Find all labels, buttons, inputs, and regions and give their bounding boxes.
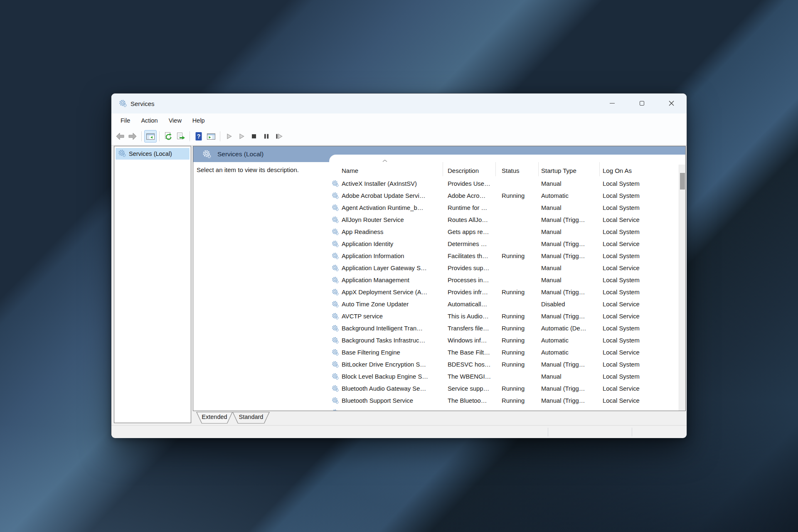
minimize-button[interactable] xyxy=(600,94,624,113)
service-description: This is Audio… xyxy=(448,310,500,323)
table-row[interactable]: AllJoyn Router ServiceRoutes AllJo…Manua… xyxy=(329,214,679,226)
show-console-tree-icon[interactable] xyxy=(144,130,157,143)
table-row[interactable]: AppX Deployment Service (A…Provides infr… xyxy=(329,286,679,298)
scrollbar-thumb[interactable] xyxy=(680,173,685,190)
table-row[interactable]: Block Level Backup Engine S…The WBENGI…M… xyxy=(329,371,679,383)
main-panel: Services (Local) Select an item to view … xyxy=(193,146,686,411)
table-row[interactable]: Base Filtering EngineThe Base Filt…Runni… xyxy=(329,347,679,359)
service-status xyxy=(502,274,539,286)
service-gear-icon xyxy=(332,264,339,273)
service-name: Bluetooth Support Service xyxy=(342,395,446,407)
forward-arrow-icon[interactable] xyxy=(126,130,139,143)
table-row[interactable]: Application Layer Gateway S…Provides sup… xyxy=(329,262,679,274)
vertical-scrollbar[interactable] xyxy=(679,165,686,411)
service-gear-icon xyxy=(332,313,339,321)
column-divider[interactable] xyxy=(495,162,496,176)
table-row[interactable]: BitLocker Drive Encryption S…BDESVC hos…… xyxy=(329,359,679,371)
service-startup-type: Disabled xyxy=(541,298,599,310)
refresh-icon[interactable] xyxy=(162,130,175,143)
service-gear-icon xyxy=(332,276,339,285)
table-row-partial[interactable] xyxy=(329,407,679,411)
menu-view[interactable]: View xyxy=(163,113,187,127)
resume-service-icon[interactable] xyxy=(235,130,248,143)
service-status: Running xyxy=(502,359,539,371)
stop-service-icon[interactable] xyxy=(248,130,260,143)
table-row[interactable]: Agent Activation Runtime_b…Runtime for …… xyxy=(329,202,679,214)
service-startup-type: Manual xyxy=(541,371,599,383)
table-row[interactable]: App ReadinessGets apps re…ManualLocal Sy… xyxy=(329,226,679,238)
table-row[interactable]: AVCTP serviceThis is Audio…RunningManual… xyxy=(329,310,679,323)
start-service-icon[interactable] xyxy=(223,130,235,143)
table-row[interactable]: Application InformationFacilitates th…Ru… xyxy=(329,250,679,262)
tree-item-services-local[interactable]: Services (Local) xyxy=(116,148,190,160)
tab-standard[interactable]: Standard xyxy=(232,412,270,424)
service-gear-icon xyxy=(332,409,339,411)
show-action-pane-icon[interactable] xyxy=(205,130,217,143)
column-divider[interactable] xyxy=(538,162,539,176)
column-header-startup[interactable]: Startup Type xyxy=(541,167,576,174)
menu-action[interactable]: Action xyxy=(135,113,163,127)
table-row[interactable]: Bluetooth Support ServiceThe Bluetoo…Run… xyxy=(329,395,679,407)
service-status: Running xyxy=(502,310,539,323)
service-status xyxy=(502,238,539,250)
service-startup-type: Automatic (De… xyxy=(541,323,599,335)
table-row[interactable]: Background Tasks Infrastruc…Windows inf…… xyxy=(329,335,679,347)
service-startup-type: Manual xyxy=(541,226,599,238)
service-name: Application Layer Gateway S… xyxy=(342,262,446,274)
table-row[interactable]: Auto Time Zone UpdaterAutomaticall…Disab… xyxy=(329,298,679,310)
table-row[interactable]: Background Intelligent Tran…Transfers fi… xyxy=(329,323,679,335)
service-status: Running xyxy=(502,190,539,202)
table-row[interactable]: Bluetooth Audio Gateway Se…Service supp…… xyxy=(329,383,679,395)
console-tree-pane: Services (Local) xyxy=(114,146,191,423)
service-startup-type: Automatic xyxy=(541,335,599,347)
minimize-icon xyxy=(610,103,615,103)
titlebar[interactable]: Services xyxy=(111,94,687,113)
services-list: Name Description Status Startup Type Log… xyxy=(329,155,686,411)
help-icon[interactable]: ? xyxy=(192,130,205,143)
service-status: Running xyxy=(502,395,539,407)
toolbar-separator xyxy=(159,131,160,141)
service-gear-icon xyxy=(332,228,339,236)
service-startup-type: Manual xyxy=(541,178,599,190)
menu-file[interactable]: File xyxy=(115,113,135,127)
column-divider[interactable] xyxy=(443,162,443,176)
service-status: Running xyxy=(502,383,539,395)
restart-service-icon[interactable] xyxy=(273,130,285,143)
service-startup-type: Manual xyxy=(541,274,599,286)
service-log-on-as: Local Service xyxy=(603,262,657,274)
table-row[interactable]: Application ManagementProcesses in…Manua… xyxy=(329,274,679,286)
service-gear-icon xyxy=(332,361,339,369)
service-gear-icon xyxy=(332,325,339,333)
pause-service-icon[interactable] xyxy=(260,130,273,143)
maximize-button[interactable] xyxy=(630,94,654,113)
export-list-icon[interactable] xyxy=(175,130,187,143)
service-status xyxy=(502,226,539,238)
back-arrow-icon[interactable] xyxy=(114,130,126,143)
service-gear-icon xyxy=(332,204,339,212)
table-row[interactable]: ActiveX Installer (AxInstSV)Provides Use… xyxy=(329,178,679,190)
column-header-logon[interactable]: Log On As xyxy=(603,167,632,174)
menu-help[interactable]: Help xyxy=(187,113,210,127)
column-divider[interactable] xyxy=(599,162,600,176)
service-name: Agent Activation Runtime_b… xyxy=(342,202,446,214)
service-gear-icon xyxy=(332,385,339,393)
service-log-on-as: Local Service xyxy=(603,347,657,359)
tab-extended[interactable]: Extended xyxy=(196,412,233,424)
service-startup-type: Manual (Trigg… xyxy=(541,310,599,323)
service-status: Running xyxy=(502,323,539,335)
column-header-status[interactable]: Status xyxy=(502,167,520,174)
service-description: The Bluetoo… xyxy=(448,395,500,407)
table-row[interactable]: Application IdentityDetermines …Manual (… xyxy=(329,238,679,250)
services-gear-icon xyxy=(119,99,127,109)
service-startup-type: Manual (Trigg… xyxy=(541,359,599,371)
service-log-on-as: Local System xyxy=(603,226,657,238)
service-status xyxy=(502,214,539,226)
desktop-wallpaper: Services File Action View Help ? Service… xyxy=(0,0,798,532)
close-icon xyxy=(669,101,674,106)
service-startup-type: Manual (Trigg… xyxy=(541,250,599,262)
column-header-description[interactable]: Description xyxy=(448,167,479,174)
table-row[interactable]: Adobe Acrobat Update Servi…Adobe Acro…Ru… xyxy=(329,190,679,202)
service-gear-icon xyxy=(332,216,339,224)
column-header-name[interactable]: Name xyxy=(342,167,358,174)
close-button[interactable] xyxy=(659,94,683,113)
